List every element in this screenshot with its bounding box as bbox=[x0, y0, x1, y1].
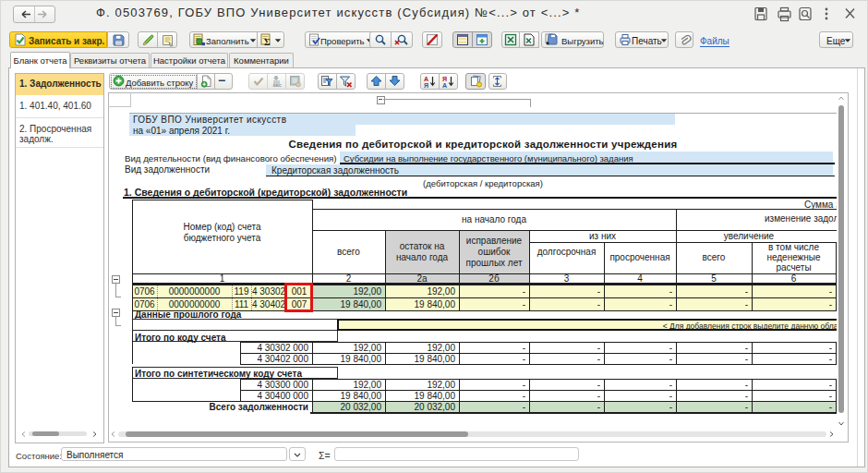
svg-text:Σ: Σ bbox=[264, 37, 271, 47]
svg-text:авс: авс bbox=[273, 82, 282, 88]
svg-text:А: А bbox=[424, 76, 428, 82]
svg-text:Я: Я bbox=[424, 82, 428, 89]
svg-text:Я: Я bbox=[442, 76, 447, 82]
svg-text:А: А bbox=[442, 82, 447, 89]
